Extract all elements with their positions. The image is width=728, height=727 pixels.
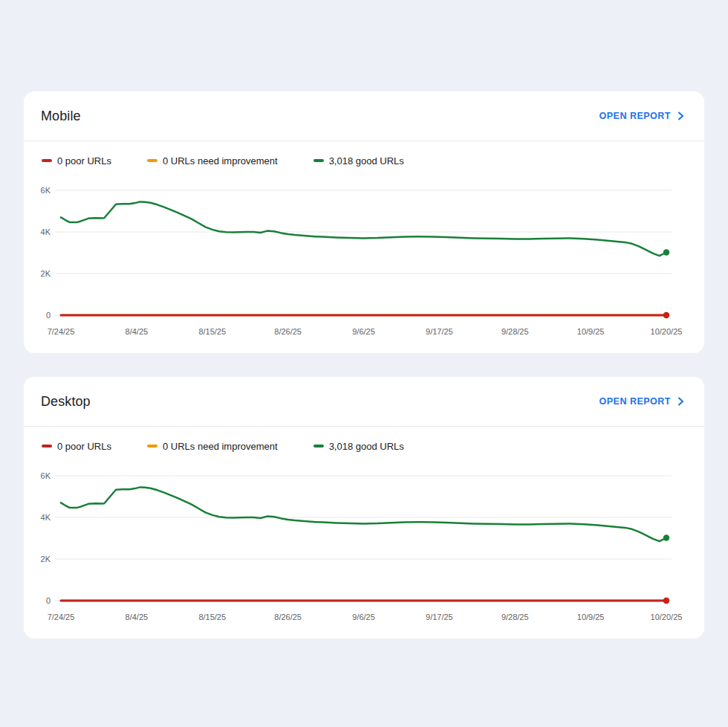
y-tick-label: 4K: [41, 227, 51, 236]
core-web-vitals-chart-mobile: 02K4K6K7/24/258/4/258/15/258/26/259/6/25…: [24, 179, 704, 347]
y-tick-label: 0: [46, 311, 51, 320]
open-report-label: OPEN REPORT: [599, 111, 672, 121]
x-tick-label: 10/9/25: [577, 327, 605, 336]
y-tick-label: 4K: [41, 513, 51, 522]
legend-label-need-improvement: 0 URLs need improvement: [163, 155, 278, 167]
legend-label-good: 3,018 good URLs: [329, 155, 404, 167]
legend-label-need-improvement: 0 URLs need improvement: [163, 441, 278, 452]
legend-swatch-need-improvement: [147, 445, 157, 447]
x-tick-label: 9/28/25: [501, 613, 529, 621]
y-tick-label: 2K: [41, 269, 51, 278]
y-tick-label: 6K: [41, 471, 51, 480]
legend-label-poor: 0 poor URLs: [57, 441, 111, 452]
legend-label-good: 3,018 good URLs: [329, 441, 404, 452]
x-tick-label: 8/15/25: [198, 613, 226, 621]
gridlines: [55, 476, 672, 601]
legend-swatch-good: [313, 159, 324, 162]
mobile-card: Mobile OPEN REPORT 0 poor URLs 0 URLs ne…: [24, 91, 704, 353]
legend-item-poor: 0 poor URLs: [42, 154, 111, 167]
x-tick-label: 10/20/25: [651, 327, 683, 336]
legend-item-good: 3,018 good URLs: [313, 154, 404, 167]
series-end-dot-poor-urls: [663, 312, 669, 318]
x-tick-label: 9/28/25: [501, 327, 529, 336]
legend-item-need-improvement: 0 URLs need improvement: [147, 154, 278, 167]
x-tick-label: 9/17/25: [426, 613, 453, 621]
desktop-card-header: Desktop OPEN REPORT: [24, 377, 704, 427]
legend-item-poor: 0 poor URLs: [42, 439, 111, 453]
mobile-card-header: Mobile OPEN REPORT: [24, 91, 704, 141]
x-tick-label: 8/15/25: [198, 327, 226, 336]
y-tick-label: 0: [46, 596, 51, 605]
gridlines: [55, 190, 672, 315]
x-tick-label: 8/26/25: [274, 613, 302, 621]
series-line-good-urls: [61, 201, 666, 256]
core-web-vitals-page: Mobile OPEN REPORT 0 poor URLs 0 URLs ne…: [0, 0, 728, 639]
x-tick-label: 10/9/25: [577, 613, 605, 621]
x-axis-labels: 7/24/258/4/258/15/258/26/259/6/259/17/25…: [48, 327, 683, 336]
x-tick-label: 8/4/25: [126, 327, 149, 336]
open-report-link-mobile[interactable]: OPEN REPORT: [599, 111, 686, 121]
legend-swatch-need-improvement: [147, 159, 157, 162]
legend-mobile: 0 poor URLs 0 URLs need improvement 3,01…: [24, 141, 704, 167]
x-tick-label: 7/24/25: [48, 327, 75, 336]
legend-swatch-poor: [42, 159, 52, 162]
legend-desktop: 0 poor URLs 0 URLs need improvement 3,01…: [24, 427, 704, 453]
x-tick-label: 9/6/25: [352, 327, 375, 336]
x-tick-label: 7/24/25: [48, 613, 75, 621]
series-end-dot-poor-urls: [663, 598, 669, 604]
open-report-link-desktop[interactable]: OPEN REPORT: [599, 396, 686, 407]
core-web-vitals-chart-desktop: 02K4K6K7/24/258/4/258/15/258/26/259/6/25…: [24, 465, 704, 633]
series-end-dot-good-urls: [663, 534, 669, 540]
legend-item-good: 3,018 good URLs: [313, 439, 404, 453]
card-title-mobile: Mobile: [41, 109, 81, 124]
x-tick-label: 8/4/25: [126, 613, 149, 621]
x-axis-labels: 7/24/258/4/258/15/258/26/259/6/259/17/25…: [48, 613, 683, 621]
chevron-right-icon: [676, 397, 685, 406]
y-tick-label: 2K: [41, 555, 51, 563]
y-tick-label: 6K: [41, 186, 51, 195]
legend-swatch-good: [313, 445, 324, 447]
chevron-right-icon: [676, 112, 685, 120]
card-title-desktop: Desktop: [41, 394, 91, 410]
series-end-dot-good-urls: [663, 249, 669, 255]
series-line-good-urls: [61, 487, 666, 541]
legend-label-poor: 0 poor URLs: [57, 155, 111, 167]
x-tick-label: 10/20/25: [651, 613, 683, 621]
legend-item-need-improvement: 0 URLs need improvement: [147, 439, 278, 453]
x-tick-label: 9/6/25: [352, 613, 375, 621]
y-axis-labels: 02K4K6K: [41, 186, 51, 320]
open-report-label: OPEN REPORT: [599, 396, 672, 407]
x-tick-label: 8/26/25: [274, 327, 302, 336]
legend-swatch-poor: [42, 445, 52, 447]
y-axis-labels: 02K4K6K: [41, 471, 51, 605]
x-tick-label: 9/17/25: [426, 327, 453, 336]
desktop-card: Desktop OPEN REPORT 0 poor URLs 0 URLs n…: [24, 377, 704, 639]
